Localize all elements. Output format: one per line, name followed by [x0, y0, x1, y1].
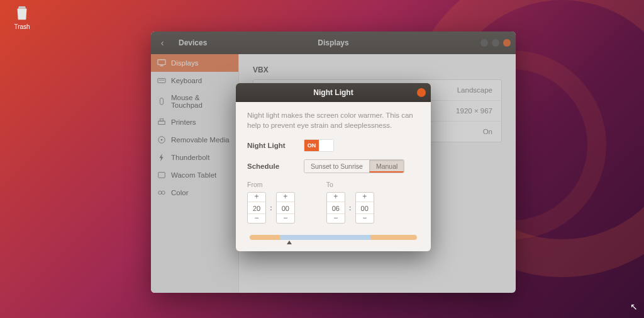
- schedule-segmented-control: Sunset to Sunrise Manual: [304, 159, 404, 173]
- trash-label: Trash: [14, 23, 30, 30]
- plus-button[interactable]: +: [356, 193, 374, 202]
- from-hours-value: 20: [248, 202, 265, 214]
- schedule-option-manual[interactable]: Manual: [369, 160, 404, 173]
- plus-button[interactable]: +: [277, 193, 294, 202]
- minus-button[interactable]: −: [248, 214, 265, 223]
- sidebar-item-mouse[interactable]: Mouse & Touchpad: [151, 89, 238, 113]
- svg-rect-2: [158, 79, 165, 83]
- toggle-state: ON: [304, 140, 319, 151]
- row-value: 1920 × 967: [456, 107, 492, 115]
- schedule-option-sunset[interactable]: Sunset to Sunrise: [304, 160, 369, 173]
- sidebar-item-color[interactable]: Color: [151, 184, 238, 202]
- svg-rect-9: [158, 173, 165, 178]
- time-colon: :: [349, 204, 352, 212]
- sidebar-item-label: Thunderbolt: [171, 154, 209, 161]
- night-light-toggle[interactable]: ON: [304, 139, 334, 152]
- sidebar-item-label: Removable Media: [171, 136, 230, 144]
- modal-close-button[interactable]: [417, 88, 426, 97]
- cursor-icon: ↖: [630, 302, 638, 312]
- mouse-icon: [157, 97, 166, 106]
- svg-rect-0: [158, 60, 165, 65]
- titlebar: ‹ Devices Displays: [151, 31, 516, 54]
- titlebar-section: Devices: [179, 38, 207, 47]
- plus-button[interactable]: +: [248, 193, 265, 202]
- sidebar-item-wacom[interactable]: Wacom Tablet: [151, 166, 238, 184]
- sidebar-item-label: Color: [171, 189, 188, 196]
- svg-point-8: [161, 139, 163, 141]
- maximize-button[interactable]: [492, 39, 499, 47]
- sidebar-item-removable-media[interactable]: Removable Media: [151, 131, 238, 149]
- sidebar-item-keyboard[interactable]: Keyboard: [151, 72, 238, 89]
- night-light-toggle-label: Night Light: [247, 142, 304, 149]
- row-value: On: [483, 128, 492, 135]
- bolt-icon: [157, 153, 166, 162]
- keyboard-icon: [157, 76, 166, 85]
- modal-description: Night light makes the screen color warme…: [247, 111, 419, 130]
- window-title: Displays: [318, 38, 348, 47]
- sidebar-item-displays[interactable]: Displays: [151, 54, 238, 72]
- sidebar-item-label: Printers: [171, 118, 196, 126]
- svg-rect-1: [160, 65, 163, 67]
- trash-icon: [13, 3, 31, 22]
- to-hours-spinbox[interactable]: + 06 −: [326, 192, 345, 224]
- schedule-label: Schedule: [247, 162, 304, 170]
- svg-rect-4: [160, 98, 163, 105]
- minimize-button[interactable]: [480, 39, 488, 47]
- sidebar-item-printers[interactable]: Printers: [151, 113, 238, 131]
- sidebar-item-label: Mouse & Touchpad: [171, 94, 232, 109]
- modal-title: Night Light: [313, 88, 353, 97]
- minus-button[interactable]: −: [327, 214, 345, 223]
- modal-titlebar: Night Light: [236, 83, 431, 102]
- to-minutes-value: 00: [356, 202, 374, 214]
- color-icon: [157, 188, 166, 197]
- to-minutes-spinbox[interactable]: + 00 −: [355, 192, 374, 224]
- back-button[interactable]: ‹: [151, 38, 174, 48]
- tablet-icon: [157, 171, 166, 179]
- printer-icon: [157, 118, 166, 127]
- toggle-knob: [319, 140, 333, 151]
- from-hours-spinbox[interactable]: + 20 −: [247, 192, 266, 224]
- sidebar-item-label: Wacom Tablet: [171, 171, 216, 179]
- display-name: VBX: [253, 65, 502, 74]
- minus-button[interactable]: −: [356, 214, 374, 223]
- schedule-timeline[interactable]: [250, 235, 417, 240]
- trash-desktop-icon[interactable]: Trash: [13, 3, 31, 30]
- svg-point-10: [158, 191, 162, 194]
- media-icon: [157, 135, 166, 144]
- svg-rect-5: [158, 121, 165, 124]
- from-label: From: [247, 181, 295, 188]
- to-time-group: To + 06 − : + 00 −: [326, 181, 374, 224]
- to-label: To: [326, 181, 374, 188]
- time-colon: :: [270, 204, 272, 212]
- sidebar: Displays Keyboard Mouse & Touchpad Print…: [151, 54, 239, 293]
- night-light-modal: Night Light Night light makes the screen…: [236, 83, 431, 251]
- display-icon: [157, 59, 166, 67]
- close-button[interactable]: [503, 39, 511, 47]
- from-minutes-value: 00: [277, 202, 294, 214]
- timeline-marker-icon: [287, 241, 292, 244]
- from-time-group: From + 20 − : + 00 −: [247, 181, 295, 224]
- from-minutes-spinbox[interactable]: + 00 −: [276, 192, 295, 224]
- sidebar-item-label: Keyboard: [171, 77, 202, 84]
- sidebar-item-label: Displays: [171, 59, 198, 67]
- to-hours-value: 06: [327, 202, 345, 214]
- plus-button[interactable]: +: [327, 193, 345, 202]
- row-value: Landscape: [457, 86, 492, 94]
- svg-rect-6: [160, 119, 163, 122]
- sidebar-item-thunderbolt[interactable]: Thunderbolt: [151, 149, 238, 166]
- minus-button[interactable]: −: [277, 214, 294, 223]
- svg-point-11: [162, 191, 165, 194]
